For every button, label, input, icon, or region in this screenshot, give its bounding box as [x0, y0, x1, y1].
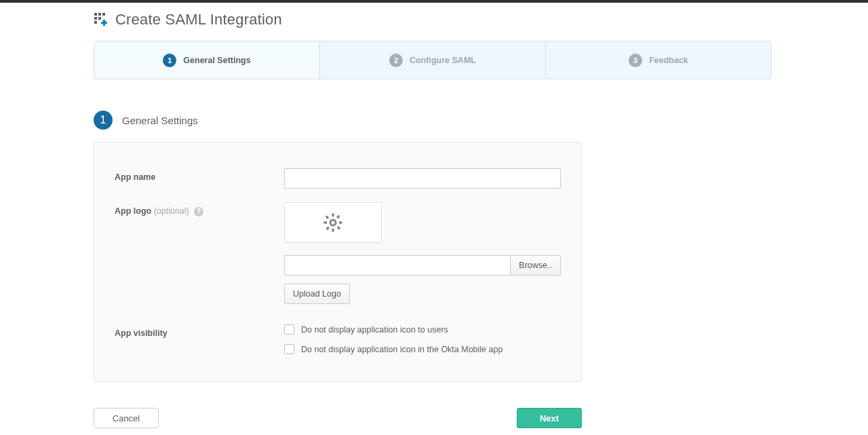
page-title: Create SAML Integration	[115, 11, 282, 29]
step-label-feedback: Feedback	[649, 56, 688, 65]
svg-rect-11	[323, 222, 327, 224]
svg-rect-15	[336, 215, 340, 219]
svg-rect-0	[94, 13, 97, 16]
app-logo-label: App logo	[115, 206, 151, 216]
logo-preview	[284, 202, 382, 243]
step-label-general: General Settings	[183, 56, 250, 65]
svg-rect-10	[332, 229, 334, 232]
app-name-input[interactable]	[284, 168, 561, 189]
app-visibility-label: App visibility	[115, 324, 284, 338]
svg-rect-7	[101, 22, 107, 24]
svg-rect-16	[326, 227, 330, 231]
app-name-label: App name	[115, 168, 284, 182]
visibility-checkbox-mobile[interactable]	[284, 344, 294, 354]
visibility-label-users: Do not display application icon to users	[301, 325, 448, 335]
svg-rect-2	[102, 13, 105, 16]
apps-add-icon	[94, 12, 108, 27]
svg-point-8	[330, 220, 336, 225]
visibility-label-mobile: Do not display application icon in the O…	[301, 345, 502, 354]
step-number-2: 2	[389, 54, 403, 67]
app-logo-optional: (optional)	[154, 206, 189, 216]
step-number-3: 3	[629, 54, 642, 67]
section-title: General Settings	[122, 115, 198, 126]
step-number-1: 1	[163, 54, 176, 67]
visibility-checkbox-users[interactable]	[284, 324, 294, 335]
svg-rect-5	[94, 21, 97, 24]
upload-logo-button[interactable]: Upload Logo	[284, 284, 350, 304]
svg-rect-14	[337, 226, 341, 230]
logo-file-path[interactable]	[284, 255, 510, 276]
wizard-steps: 1 General Settings 2 Configure SAML 3 Fe…	[94, 41, 772, 79]
cancel-button[interactable]: Cancel	[94, 408, 159, 428]
general-settings-panel: App name App logo (optional) ?	[94, 142, 582, 382]
step-configure-saml[interactable]: 2 Configure SAML	[320, 41, 546, 79]
step-label-saml: Configure SAML	[410, 56, 476, 65]
section-number-badge: 1	[94, 111, 113, 130]
svg-rect-3	[94, 17, 97, 20]
step-feedback[interactable]: 3 Feedback	[546, 41, 771, 79]
step-general-settings[interactable]: 1 General Settings	[94, 41, 320, 79]
browse-button[interactable]: Browse..	[510, 255, 561, 276]
next-button[interactable]: Next	[517, 408, 582, 428]
svg-rect-12	[339, 222, 342, 224]
svg-rect-4	[98, 17, 101, 20]
gear-icon	[321, 211, 344, 234]
svg-rect-13	[326, 216, 330, 220]
svg-rect-9	[332, 214, 334, 217]
svg-rect-1	[98, 13, 101, 16]
help-icon[interactable]: ?	[194, 207, 203, 216]
